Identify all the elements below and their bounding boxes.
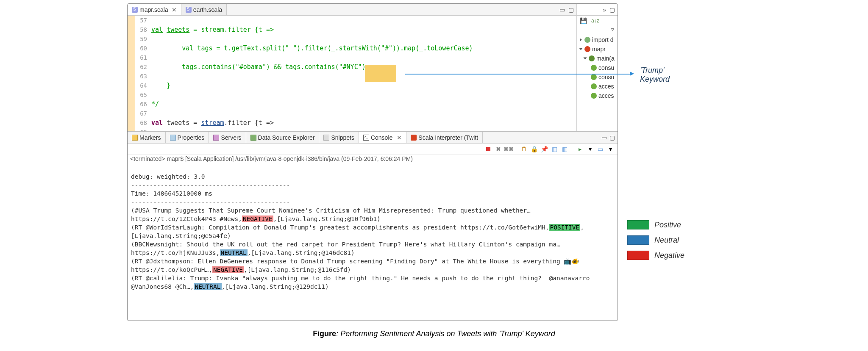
scroll-lock-button[interactable]: 🔒 bbox=[530, 145, 538, 153]
sentiment-negative: NEGATIVE bbox=[242, 216, 273, 222]
console-toolbar: ✖ ✖✖ 🗒 🔒 📌 ▥ ▥ ▸ ▾ ▭ ▾ bbox=[128, 144, 618, 155]
editor-window-controls: ▭ ▢ bbox=[559, 6, 576, 13]
sentiment-legend: Positive Neutral Negative bbox=[627, 220, 684, 266]
tab-scala-interpreter[interactable]: Scala Interpreter (Twitt bbox=[406, 132, 483, 143]
snippets-icon bbox=[323, 135, 329, 141]
swatch-positive bbox=[627, 220, 649, 229]
chevrons-icon[interactable]: » bbox=[603, 6, 606, 13]
tab-mapr[interactable]: mapr.scala ✕ bbox=[128, 4, 181, 15]
markers-icon bbox=[132, 135, 138, 141]
view-menu-button[interactable]: ▭ bbox=[596, 145, 604, 153]
tab-console[interactable]: Console ✕ bbox=[359, 132, 406, 143]
object-icon bbox=[584, 46, 590, 52]
console-launch-info: <terminated> mapr$ [Scala Application] /… bbox=[128, 155, 618, 163]
maximize-icon[interactable]: ▢ bbox=[568, 6, 574, 13]
swatch-negative bbox=[627, 251, 649, 260]
new-console-button[interactable]: ▸ bbox=[576, 145, 584, 153]
tab-servers[interactable]: Servers bbox=[209, 132, 246, 143]
pin-console-button[interactable]: 📌 bbox=[540, 145, 548, 153]
scala-icon bbox=[411, 135, 417, 141]
bottom-tabs: Markers Properties Servers Data Source E… bbox=[128, 132, 618, 144]
terminate-button[interactable] bbox=[484, 145, 492, 153]
maximize-icon[interactable]: ▢ bbox=[609, 6, 615, 13]
console-menu-dropdown[interactable]: ▾ bbox=[586, 145, 594, 153]
close-icon[interactable]: ✕ bbox=[172, 6, 177, 13]
bottom-window-controls: ▭ ▢ bbox=[601, 134, 618, 141]
sentiment-neutral: NEUTRAL bbox=[194, 283, 221, 290]
annotation-trump-keyword: 'Trump' Keyword bbox=[640, 66, 670, 84]
marker-column bbox=[128, 16, 135, 131]
code-content[interactable]: val tweets = stream.filter {t => val tag… bbox=[150, 16, 576, 131]
save-icon[interactable]: 💾 bbox=[580, 17, 587, 24]
tab-properties[interactable]: Properties bbox=[166, 132, 209, 143]
minimize-icon[interactable]: ▭ bbox=[601, 134, 607, 141]
tab-markers[interactable]: Markers bbox=[128, 132, 166, 143]
sentiment-neutral: NEUTRAL bbox=[220, 249, 248, 256]
editor-tabs: mapr.scala ✕ earth.scala ▭ ▢ bbox=[128, 4, 576, 16]
scala-file-icon bbox=[132, 7, 138, 13]
outline-pane: » ▢ 💾 a↓z ▿ import d mapr main(a consu c… bbox=[577, 4, 618, 131]
sort-icon[interactable]: a↓z bbox=[591, 18, 599, 24]
outline-toolbar: 💾 a↓z bbox=[577, 16, 618, 26]
view-menu-dropdown[interactable]: ▾ bbox=[606, 145, 614, 153]
outline-window-controls: » ▢ bbox=[577, 4, 618, 16]
sentiment-negative: NEGATIVE bbox=[212, 266, 244, 273]
properties-icon bbox=[170, 135, 176, 141]
console-output[interactable]: debug: weighted: 3.0 -------------------… bbox=[128, 163, 618, 321]
line-gutter: 57585960616263646566676869 bbox=[135, 16, 150, 131]
field-icon bbox=[591, 83, 597, 89]
swatch-neutral bbox=[627, 235, 649, 245]
datasource-icon bbox=[250, 135, 256, 141]
import-icon bbox=[584, 37, 590, 43]
method-icon bbox=[589, 55, 595, 61]
sentiment-positive: POSITIVE bbox=[549, 224, 580, 231]
tab-earth[interactable]: earth.scala bbox=[181, 4, 227, 15]
console-icon bbox=[363, 135, 369, 141]
dropdown-icon[interactable]: ▿ bbox=[611, 26, 614, 33]
ide-window: mapr.scala ✕ earth.scala ▭ ▢ 57585960616… bbox=[127, 3, 618, 321]
minimize-icon[interactable]: ▭ bbox=[559, 6, 565, 13]
code-editor[interactable]: 57585960616263646566676869 val tweets = … bbox=[128, 16, 576, 131]
remove-launch-button[interactable]: ✖ bbox=[495, 145, 502, 153]
field-icon bbox=[591, 93, 597, 99]
annotation-arrow bbox=[405, 74, 630, 75]
servers-icon bbox=[213, 135, 219, 141]
tab-label: earth.scala bbox=[193, 6, 222, 13]
field-icon bbox=[591, 65, 597, 71]
outline-tree[interactable]: import d mapr main(a consu consu acces a… bbox=[577, 33, 618, 131]
remove-all-button[interactable]: ✖✖ bbox=[505, 145, 512, 153]
open-console-button[interactable]: ▥ bbox=[561, 145, 568, 153]
bottom-panel: Markers Properties Servers Data Source E… bbox=[128, 131, 618, 321]
close-icon[interactable]: ✕ bbox=[397, 134, 402, 141]
display-selected-button[interactable]: ▥ bbox=[551, 145, 558, 153]
field-icon bbox=[591, 74, 597, 80]
editor-pane: mapr.scala ✕ earth.scala ▭ ▢ 57585960616… bbox=[128, 4, 577, 131]
tab-data-source[interactable]: Data Source Explorer bbox=[246, 132, 320, 143]
arrow-head-icon bbox=[630, 72, 634, 76]
maximize-icon[interactable]: ▢ bbox=[609, 134, 615, 141]
tab-label: mapr.scala bbox=[139, 6, 168, 13]
figure-caption: Figure: Performing Sentiment Analysis on… bbox=[0, 329, 868, 338]
top-split: mapr.scala ✕ earth.scala ▭ ▢ 57585960616… bbox=[128, 4, 618, 131]
scala-file-icon bbox=[186, 7, 192, 13]
tab-snippets[interactable]: Snippets bbox=[319, 132, 359, 143]
clear-console-button[interactable]: 🗒 bbox=[520, 145, 528, 153]
